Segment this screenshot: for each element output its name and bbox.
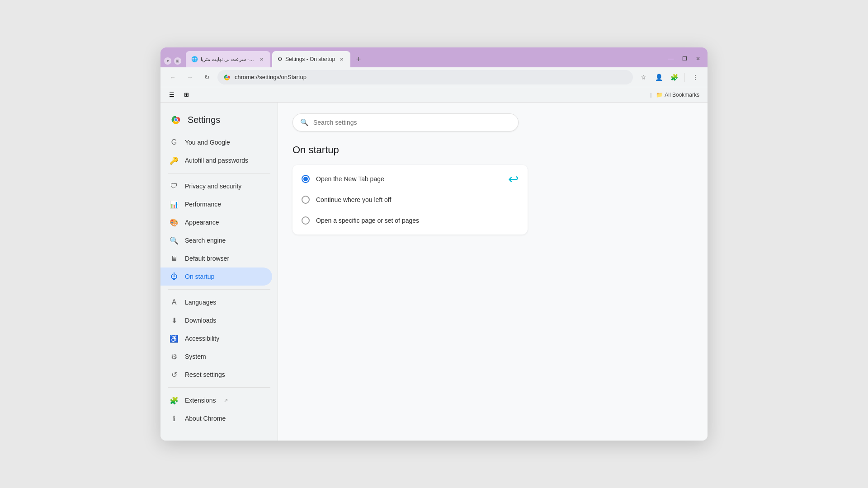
tab-bar-controls: ▾ ⊞ bbox=[164, 57, 181, 67]
page-title: On startup bbox=[292, 144, 693, 156]
sidebar-item-you-google-label: You and Google bbox=[185, 139, 230, 146]
sidebar-item-system-label: System bbox=[185, 353, 206, 360]
sidebar-header: Settings bbox=[160, 110, 278, 133]
minimize-button[interactable]: — bbox=[665, 53, 677, 65]
new-tab-button[interactable]: + bbox=[352, 53, 365, 66]
main-content: Settings GYou and Google🔑Autofill and pa… bbox=[160, 103, 708, 441]
sidebar-item-you-google[interactable]: GYou and Google bbox=[160, 133, 272, 151]
sidebar-item-languages[interactable]: ALanguages bbox=[160, 293, 272, 311]
cursor-arrow-decoration: ↩ bbox=[508, 172, 519, 187]
bookmarks-bar: ☰ ⊞ | 📁 All Bookmarks bbox=[160, 87, 708, 103]
address-bar[interactable]: chrome://settings/onStartup bbox=[217, 70, 633, 84]
startup-option-continue[interactable]: Continue where you left off bbox=[292, 189, 528, 210]
tab-2-icon: ⚙ bbox=[278, 56, 283, 62]
sidebar-item-reset-settings[interactable]: ↺Reset settings bbox=[160, 366, 272, 384]
sidebar-item-default-browser-label: Default browser bbox=[185, 255, 229, 262]
all-bookmarks[interactable]: 📁 All Bookmarks bbox=[653, 91, 702, 99]
search-input[interactable] bbox=[313, 119, 511, 126]
sidebar-toggle[interactable]: ☰ bbox=[166, 89, 178, 101]
profile-button[interactable]: 👤 bbox=[652, 70, 665, 84]
svg-point-5 bbox=[175, 118, 177, 121]
startup-options-card: Open the New Tab page↩Continue where you… bbox=[292, 165, 528, 235]
sidebar-item-about-chrome[interactable]: ℹAbout Chrome bbox=[160, 409, 272, 427]
sidebar-item-reset-settings-icon: ↺ bbox=[170, 370, 179, 379]
sidebar-item-autofill-icon: 🔑 bbox=[170, 156, 179, 165]
sidebar-item-performance-label: Performance bbox=[185, 201, 221, 208]
sidebar-item-downloads[interactable]: ⬇Downloads bbox=[160, 311, 272, 329]
forward-button[interactable]: → bbox=[183, 70, 197, 84]
toolbar: ← → ↻ chrome://settings/onStartup ☆ 👤 🧩 bbox=[160, 67, 708, 87]
all-bookmarks-label: All Bookmarks bbox=[665, 92, 699, 98]
divider-after-autofill bbox=[168, 173, 270, 174]
option-label-continue: Continue where you left off bbox=[316, 196, 391, 203]
bookmarks-bar-right: | 📁 All Bookmarks bbox=[650, 91, 702, 99]
tab-bar: ▾ ⊞ 🌐 آدرسیس - سرعت بی نهایت مترپا ✕ ⚙ S… bbox=[160, 47, 708, 67]
back-button[interactable]: ← bbox=[166, 70, 179, 84]
tab-1-label: آدرسیس - سرعت بی نهایت مترپا bbox=[201, 56, 255, 62]
divider-after-on-startup bbox=[168, 289, 270, 290]
reload-button[interactable]: ↻ bbox=[200, 70, 214, 84]
sidebar-item-reset-settings-label: Reset settings bbox=[185, 371, 225, 378]
sidebar-item-default-browser-icon: 🖥 bbox=[170, 254, 179, 263]
sidebar-item-system[interactable]: ⚙System bbox=[160, 347, 272, 366]
tab-2[interactable]: ⚙ Settings - On startup ✕ bbox=[272, 51, 350, 67]
external-link-icon: ↗ bbox=[224, 398, 228, 404]
sidebar-item-downloads-label: Downloads bbox=[185, 317, 216, 324]
sidebar-item-privacy-icon: 🛡 bbox=[170, 182, 179, 191]
radio-specific-page[interactable] bbox=[302, 216, 310, 225]
sidebar-item-you-google-icon: G bbox=[170, 138, 179, 147]
option-label-new-tab: Open the New Tab page bbox=[316, 175, 384, 183]
startup-option-new-tab[interactable]: Open the New Tab page bbox=[292, 169, 393, 189]
tab-search-button[interactable]: ⊞ bbox=[180, 89, 192, 101]
maximize-button[interactable]: ❐ bbox=[679, 53, 690, 65]
sidebar-item-performance[interactable]: 📊Performance bbox=[160, 195, 272, 213]
chrome-logo bbox=[223, 73, 231, 81]
tab-list-button[interactable]: ▾ bbox=[164, 57, 171, 65]
window-controls: — ❐ ✕ bbox=[665, 53, 704, 67]
sidebar-item-appearance-icon: 🎨 bbox=[170, 218, 179, 227]
tab-1-icon: 🌐 bbox=[191, 56, 198, 62]
bookmark-button[interactable]: ☆ bbox=[637, 70, 650, 84]
option-label-specific-page: Open a specific page or set of pages bbox=[316, 217, 419, 224]
address-text: chrome://settings/onStartup bbox=[235, 74, 627, 80]
sidebar-items-container: GYou and Google🔑Autofill and passwords🛡P… bbox=[160, 133, 278, 427]
sidebar-item-default-browser[interactable]: 🖥Default browser bbox=[160, 249, 272, 267]
search-bar[interactable]: 🔍 bbox=[292, 113, 519, 131]
menu-button[interactable]: ⋮ bbox=[689, 70, 702, 84]
settings-sidebar: Settings GYou and Google🔑Autofill and pa… bbox=[160, 103, 278, 441]
tab-grid-button[interactable]: ⊞ bbox=[174, 57, 181, 65]
sidebar-item-autofill[interactable]: 🔑Autofill and passwords bbox=[160, 151, 272, 169]
sidebar-item-about-chrome-label: About Chrome bbox=[185, 415, 226, 422]
tab-1[interactable]: 🌐 آدرسیس - سرعت بی نهایت مترپا ✕ bbox=[186, 51, 270, 67]
extension-button[interactable]: 🧩 bbox=[667, 70, 681, 84]
sidebar-item-about-chrome-icon: ℹ bbox=[170, 414, 179, 423]
sidebar-item-extensions[interactable]: 🧩Extensions↗ bbox=[160, 391, 272, 409]
divider-after-reset-settings bbox=[168, 387, 270, 388]
sidebar-item-downloads-icon: ⬇ bbox=[170, 316, 179, 325]
sidebar-item-search-engine[interactable]: 🔍Search engine bbox=[160, 231, 272, 249]
startup-option-specific-page[interactable]: Open a specific page or set of pages bbox=[292, 210, 528, 231]
sidebar-item-on-startup[interactable]: ⏻On startup bbox=[160, 267, 272, 286]
radio-new-tab[interactable] bbox=[302, 175, 310, 183]
sidebar-item-appearance[interactable]: 🎨Appearance bbox=[160, 213, 272, 231]
sidebar-item-languages-icon: A bbox=[170, 298, 179, 307]
radio-continue[interactable] bbox=[302, 196, 310, 204]
bookmarks-bar-left: ☰ ⊞ bbox=[166, 89, 192, 101]
sidebar-item-languages-label: Languages bbox=[185, 299, 216, 306]
svg-point-2 bbox=[226, 76, 228, 78]
sidebar-item-extensions-icon: 🧩 bbox=[170, 396, 179, 405]
sidebar-item-privacy-label: Privacy and security bbox=[185, 183, 241, 190]
sidebar-item-performance-icon: 📊 bbox=[170, 200, 179, 209]
toolbar-actions: ☆ 👤 🧩 ⋮ bbox=[637, 70, 702, 84]
tab-1-close[interactable]: ✕ bbox=[258, 56, 265, 63]
close-button[interactable]: ✕ bbox=[692, 53, 704, 65]
tab-2-label: Settings - On startup bbox=[285, 56, 335, 62]
sidebar-item-accessibility[interactable]: ♿Accessibility bbox=[160, 329, 272, 347]
sidebar-item-appearance-label: Appearance bbox=[185, 219, 219, 226]
search-icon: 🔍 bbox=[300, 118, 309, 127]
bookmarks-folder-icon: 📁 bbox=[656, 92, 663, 98]
sidebar-item-extensions-label: Extensions bbox=[185, 397, 216, 404]
first-option-wrapper: Open the New Tab page↩ bbox=[292, 169, 528, 189]
sidebar-item-privacy[interactable]: 🛡Privacy and security bbox=[160, 177, 272, 195]
tab-2-close[interactable]: ✕ bbox=[338, 56, 345, 63]
